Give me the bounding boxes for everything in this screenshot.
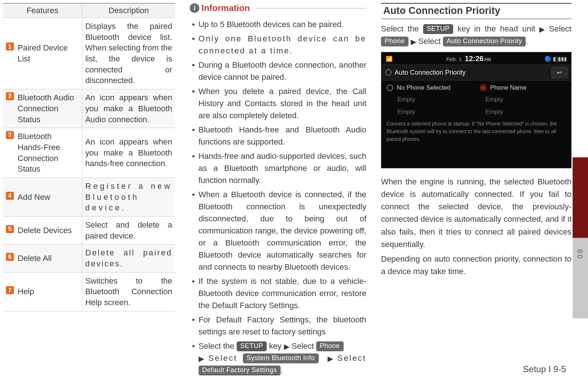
setup-button[interactable]: SETUP	[423, 24, 454, 34]
row-number: 5	[6, 225, 14, 233]
para-auto-conn-2: Depending on auto connection priority, c…	[381, 253, 572, 278]
info-item: Only one Bluetooth device can be connect…	[199, 33, 366, 57]
info-icon: i	[190, 3, 199, 13]
back-button[interactable]: ↩	[551, 67, 567, 78]
radio-phone-name[interactable]	[480, 85, 487, 91]
system-bluetooth-info-button[interactable]: System Bluetooth Info	[243, 353, 319, 363]
arrow-right-icon: ▶	[199, 353, 204, 364]
feature-name: Delete Devices	[18, 225, 79, 236]
nav-text: Select	[292, 341, 316, 351]
slot-empty[interactable]: Empty	[485, 108, 566, 116]
info-item-nav: Select the SETUP key ▶ Select Phone ▶ Se…	[199, 340, 366, 376]
table-row: 2Bluetooth Audio Connection Status An ic…	[3, 89, 175, 128]
feature-desc: An icon appears when you make a Bluetoot…	[82, 89, 175, 128]
nav-text: Select	[208, 353, 243, 363]
tab-chapter-number: 09	[573, 238, 588, 318]
nav-text: Select	[418, 37, 443, 46]
option-phone-name: Phone Name	[490, 84, 526, 91]
feature-desc: Select and delete a paired device.	[82, 217, 175, 244]
nav-text: key in the head unit	[458, 24, 540, 33]
section-heading: Auto Connection Priority	[381, 3, 572, 19]
status-right: 🔵 ◧▮▮▮	[544, 56, 567, 62]
feature-name: Help	[18, 286, 79, 297]
table-row: 3Bluetooth Hands-Free Connection Status …	[3, 128, 175, 178]
row-number: 6	[6, 253, 14, 261]
period: .	[526, 37, 528, 46]
option-no-phone: No Phone Selected	[397, 84, 451, 91]
arrow-right-icon: ▶	[539, 24, 545, 35]
info-item: Up to 5 Bluetooth devices can be paired.	[199, 18, 366, 30]
table-row: 7Help Switches to the Bluetooth Connecti…	[3, 272, 175, 311]
nav-text: Select the	[381, 24, 423, 33]
screen-hint: Connect a selected phone at startup. If …	[381, 116, 571, 143]
tab-current-chapter	[573, 157, 588, 238]
info-item: Hands-free and audio-supported devices, …	[199, 150, 366, 186]
nav-path: Select the SETUP key in the head unit ▶ …	[381, 23, 572, 48]
features-table: Features Description 1Paired Device List…	[3, 3, 175, 311]
feature-desc: Delete all paired devices.	[82, 244, 175, 272]
information-title: Information	[201, 3, 250, 13]
chapter-number: 09	[576, 248, 585, 259]
row-number: 7	[6, 286, 14, 294]
info-item: If the system is not stable, due to a ve…	[199, 275, 366, 311]
feature-name: Delete All	[18, 253, 79, 264]
status-time: 12:26AM	[465, 55, 491, 63]
info-item: Bluetooth Hands-free and Bluetooth Audio…	[199, 124, 366, 148]
nav-text: Select	[337, 353, 366, 363]
arrow-right-icon: ▶	[328, 353, 333, 364]
para-auto-conn-1: When the engine is running, the selected…	[381, 176, 572, 251]
information-heading: i Information	[190, 3, 366, 13]
side-tabs: 09	[573, 157, 588, 318]
arrow-right-icon: ▶	[284, 341, 289, 352]
page-footer: Setup I 9-5	[523, 364, 566, 374]
table-row: 1Paired Device List Displays the paired …	[3, 18, 175, 89]
info-item: During a Bluetooth device connection, an…	[199, 59, 366, 83]
screen-title: Auto Connection Priority	[395, 69, 466, 76]
feature-desc: Displays the paired Bluetooth device lis…	[82, 18, 175, 89]
feature-desc: An icon appears when you make a Bluetoot…	[82, 128, 175, 178]
feature-name: Bluetooth Audio Connection Status	[18, 92, 79, 125]
radio-no-phone[interactable]	[387, 85, 393, 91]
phone-button[interactable]: Phone	[381, 37, 408, 46]
info-item: When you delete a paired device, the Cal…	[199, 85, 366, 121]
nav-text: Select	[549, 24, 572, 33]
row-number: 3	[6, 131, 14, 139]
slot-empty[interactable]: Empty	[397, 108, 478, 116]
nav-text: key	[269, 341, 284, 351]
info-item: For Default Factory Settings, the blueto…	[199, 314, 366, 338]
th-description: Description	[82, 3, 175, 18]
feature-desc: Switches to the Bluetooth Connection Hel…	[82, 272, 175, 311]
info-item: When a Bluetooth device is connected, if…	[199, 188, 366, 273]
arrow-right-icon: ▶	[411, 36, 416, 48]
gear-icon	[385, 69, 392, 76]
default-factory-settings-button[interactable]: Default Factory Settings	[199, 366, 281, 375]
row-number: 1	[6, 42, 14, 50]
feature-desc: Register a new Bluetooth device.	[82, 177, 175, 216]
screenshot-auto-connection-priority: 📶 Feb. 1 12:26AM 🔵 ◧▮▮▮ Auto Connection …	[381, 52, 572, 168]
nav-text: Select the	[199, 341, 237, 351]
feature-name: Add New	[18, 192, 79, 203]
table-row: 5Delete Devices Select and delete a pair…	[3, 217, 175, 244]
status-date: Feb. 1	[446, 56, 462, 62]
status-left: 📶	[386, 56, 393, 62]
slot-empty[interactable]: Empty	[485, 96, 566, 103]
th-features: Features	[3, 3, 82, 18]
table-row: 4Add New Register a new Bluetooth device…	[3, 177, 175, 216]
slot-empty[interactable]: Empty	[397, 96, 478, 103]
phone-button[interactable]: Phone	[316, 341, 344, 351]
setup-button[interactable]: SETUP	[237, 341, 267, 351]
feature-name: Bluetooth Hands-Free Connection Status	[18, 131, 79, 175]
table-row: 6Delete All Delete all paired devices.	[3, 244, 175, 272]
row-number: 2	[6, 92, 14, 100]
feature-name: Paired Device List	[18, 42, 79, 64]
auto-connection-priority-button[interactable]: Auto Connection Priority	[443, 37, 526, 46]
information-list: Up to 5 Bluetooth devices can be paired.…	[190, 18, 366, 376]
period: .	[281, 366, 283, 375]
row-number: 4	[6, 192, 14, 200]
